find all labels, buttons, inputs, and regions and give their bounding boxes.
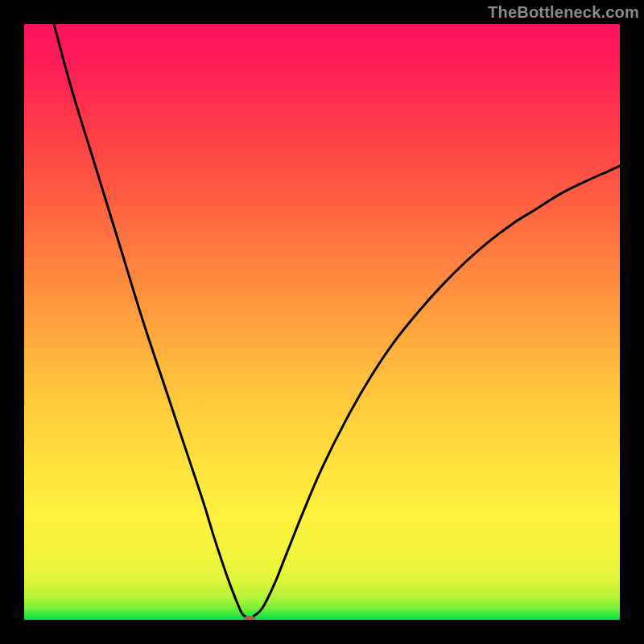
bottleneck-curve <box>24 24 620 620</box>
plot-area <box>24 24 620 620</box>
watermark-text: TheBottleneck.com <box>488 3 639 22</box>
minimum-marker <box>244 616 255 620</box>
chart-frame: TheBottleneck.com <box>0 0 644 644</box>
